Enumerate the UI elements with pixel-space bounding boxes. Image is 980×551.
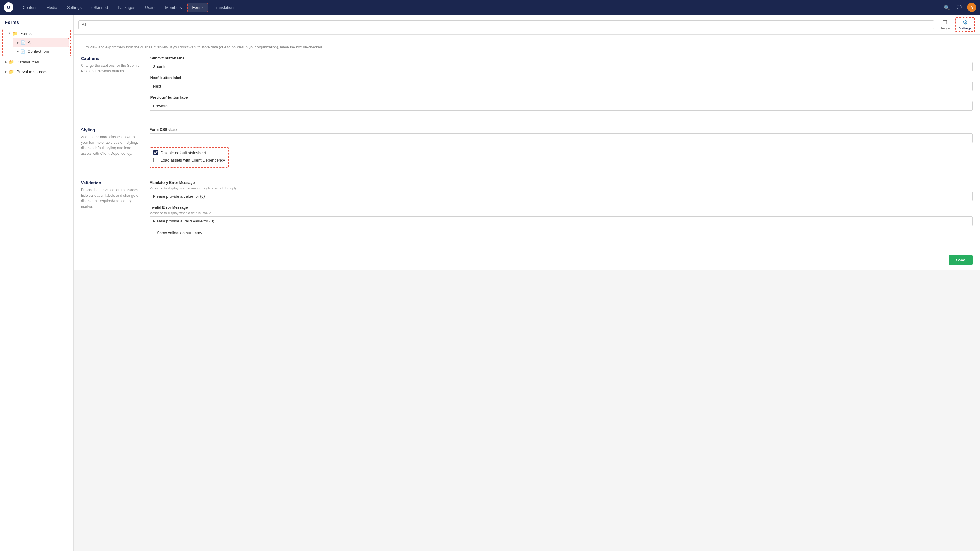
folder-icon-2: 📁 xyxy=(9,59,14,64)
nav-right-actions: 🔍 ⓘ A xyxy=(943,3,976,12)
invalid-error-group: Invalid Error Message Message to display… xyxy=(150,205,973,226)
form-item-icon-2: 📄 xyxy=(21,49,25,54)
submit-label-label: 'Submit' button label xyxy=(150,56,973,61)
captions-description: Change the captions for the Submit, Next… xyxy=(81,63,142,74)
sidebar-item-contact-form-label: Contact form xyxy=(27,49,50,54)
mandatory-error-label: Mandatory Error Message xyxy=(150,180,973,185)
validation-fields-col: Mandatory Error Message Message to displ… xyxy=(150,180,973,237)
load-assets-label: Load assets with Client Dependency xyxy=(161,158,225,162)
load-assets-checkbox[interactable] xyxy=(153,158,158,162)
settings-gear-icon: ⚙ xyxy=(963,19,968,26)
captions-section: Captions Change the captions for the Sub… xyxy=(81,50,973,121)
styling-fields-col: Form CSS class Disable default styleshee… xyxy=(150,127,973,168)
captions-label-col: Captions Change the captions for the Sub… xyxy=(81,56,142,115)
show-validation-summary-label: Show validation summary xyxy=(157,231,202,235)
design-icon: ☐ xyxy=(942,19,947,26)
styling-section: Styling Add one or more classes to wrap … xyxy=(81,121,973,174)
sidebar-title: Forms xyxy=(0,20,73,29)
sidebar-folder-datasources-label: Datasources xyxy=(16,60,39,64)
nav-item-users[interactable]: Users xyxy=(141,3,160,12)
nav-item-translation[interactable]: Translation xyxy=(210,3,238,12)
prevalue-sources-section: ▶ 📁 Prevalue sources xyxy=(0,67,73,76)
previous-label-group: 'Previous' button label xyxy=(150,95,973,111)
nav-item-media[interactable]: Media xyxy=(42,3,62,12)
invalid-error-input[interactable] xyxy=(150,217,973,226)
next-label-group: 'Next' button label xyxy=(150,76,973,91)
nav-item-content[interactable]: Content xyxy=(18,3,41,12)
css-class-input[interactable] xyxy=(150,133,973,143)
disable-stylesheet-checkbox[interactable] xyxy=(153,150,158,155)
app-layout: Forms ▼ 📁 Forms ▶ 📄 All ▶ 📄 Contact form xyxy=(0,15,980,551)
disable-stylesheet-row: Disable default stylesheet xyxy=(153,150,225,155)
previous-label-label: 'Previous' button label xyxy=(150,95,973,100)
folder-icon: 📁 xyxy=(13,31,18,36)
sidebar-folder-forms-label: Forms xyxy=(20,31,32,36)
show-validation-summary-checkbox[interactable] xyxy=(150,230,154,235)
nav-item-packages[interactable]: Packages xyxy=(113,3,140,12)
design-label: Design xyxy=(940,26,950,30)
show-validation-summary-row: Show validation summary xyxy=(150,230,973,235)
nav-item-uskinned[interactable]: uSkinned xyxy=(87,3,112,12)
intro-text-content: to view and export them from the queries… xyxy=(86,45,323,49)
save-button[interactable]: Save xyxy=(949,255,973,265)
validation-title: Validation xyxy=(81,180,142,185)
chevron-right-icon-3: ▶ xyxy=(5,61,7,64)
sidebar: Forms ▼ 📁 Forms ▶ 📄 All ▶ 📄 Contact form xyxy=(0,15,73,551)
next-label-label: 'Next' button label xyxy=(150,76,973,80)
invalid-error-label: Invalid Error Message xyxy=(150,205,973,210)
styling-description: Add one or more classes to wrap your for… xyxy=(81,134,142,156)
mandatory-error-sublabel: Message to display when a mandatory fiel… xyxy=(150,186,973,190)
validation-section: Validation Provide better validation mes… xyxy=(81,174,973,244)
submit-label-group: 'Submit' button label xyxy=(150,56,973,72)
forms-children: ▶ 📄 All ▶ 📄 Contact form xyxy=(3,38,70,56)
invalid-error-sublabel: Message to display when a field is inval… xyxy=(150,211,973,215)
disable-stylesheet-label: Disable default stylesheet xyxy=(161,150,206,155)
topbar-actions: ☐ Design ⚙ Settings xyxy=(937,17,975,32)
mandatory-error-input[interactable] xyxy=(150,191,973,201)
user-avatar[interactable]: A xyxy=(967,3,976,12)
settings-panel: to view and export them from the queries… xyxy=(73,35,980,250)
load-assets-row: Load assets with Client Dependency xyxy=(153,158,225,162)
forms-folder-highlight: ▼ 📁 Forms ▶ 📄 All ▶ 📄 Contact form xyxy=(2,29,71,56)
sidebar-folder-prevalue[interactable]: ▶ 📁 Prevalue sources xyxy=(0,67,73,76)
folder-icon-3: 📁 xyxy=(9,69,14,74)
validation-label-col: Validation Provide better validation mes… xyxy=(81,180,142,237)
chevron-right-icon: ▶ xyxy=(17,41,19,44)
nav-item-forms[interactable]: Forms xyxy=(187,3,208,12)
next-label-input[interactable] xyxy=(150,81,973,91)
design-button[interactable]: ☐ Design xyxy=(937,18,953,31)
chevron-right-icon-2: ▶ xyxy=(16,50,19,53)
captions-fields-col: 'Submit' button label 'Next' button labe… xyxy=(150,56,973,115)
sidebar-folder-datasources[interactable]: ▶ 📁 Datasources xyxy=(0,57,73,66)
nav-item-members[interactable]: Members xyxy=(161,3,186,12)
nav-item-settings[interactable]: Settings xyxy=(63,3,86,12)
styling-label-col: Styling Add one or more classes to wrap … xyxy=(81,127,142,168)
breadcrumb-input[interactable] xyxy=(78,20,934,29)
submit-label-input[interactable] xyxy=(150,62,973,72)
save-bar: Save xyxy=(73,250,980,270)
settings-button[interactable]: ⚙ Settings xyxy=(956,17,975,32)
sidebar-folder-prevalue-label: Prevalue sources xyxy=(16,70,47,74)
mandatory-error-group: Mandatory Error Message Message to displ… xyxy=(150,180,973,201)
content-topbar: ☐ Design ⚙ Settings xyxy=(73,15,980,35)
search-icon[interactable]: 🔍 xyxy=(943,3,951,12)
top-navigation: U Content Media Settings uSkinned Packag… xyxy=(0,0,980,15)
chevron-down-icon: ▼ xyxy=(8,32,11,35)
sidebar-item-all-label: All xyxy=(28,40,32,45)
validation-description: Provide better validation messages, hide… xyxy=(81,187,142,209)
sidebar-folder-forms[interactable]: ▼ 📁 Forms xyxy=(3,29,70,38)
sidebar-item-all[interactable]: ▶ 📄 All xyxy=(13,38,69,47)
settings-label: Settings xyxy=(959,26,971,30)
styling-title: Styling xyxy=(81,127,142,132)
checkboxes-highlight: Disable default stylesheet Load assets w… xyxy=(150,147,229,168)
captions-title: Captions xyxy=(81,56,142,61)
help-icon[interactable]: ⓘ xyxy=(955,3,964,12)
previous-label-input[interactable] xyxy=(150,101,973,111)
form-item-icon: 📄 xyxy=(21,40,25,45)
css-class-label: Form CSS class xyxy=(150,127,973,132)
main-content: ☐ Design ⚙ Settings to view and export t… xyxy=(73,15,980,551)
nav-items-container: Content Media Settings uSkinned Packages… xyxy=(18,3,943,12)
css-class-group: Form CSS class xyxy=(150,127,973,143)
logo[interactable]: U xyxy=(4,2,13,12)
sidebar-item-contact-form[interactable]: ▶ 📄 Contact form xyxy=(13,47,69,56)
